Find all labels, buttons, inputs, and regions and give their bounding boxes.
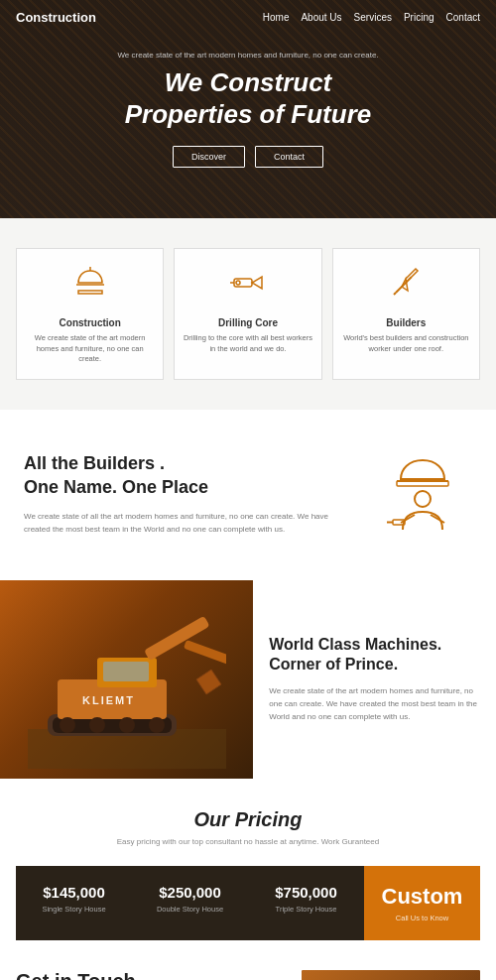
- machines-text: World Class Machines.Corner of Prince. W…: [253, 580, 496, 779]
- about-desc: We create state of all the art modern ho…: [24, 511, 353, 537]
- pricing-desc: Easy pricing with our top consultant no …: [16, 837, 480, 846]
- pricing-plan-2[interactable]: $250,000 Double Story House: [132, 866, 248, 940]
- machines-image: KLIEMT: [0, 580, 253, 779]
- contact-illustration: [302, 970, 480, 981]
- hero-content: We create state of the art modern homes …: [97, 51, 398, 167]
- discover-button[interactable]: Discover: [173, 146, 245, 168]
- pricing-amount-custom: Custom: [372, 884, 472, 910]
- svg-point-17: [149, 717, 165, 733]
- svg-point-14: [60, 717, 75, 733]
- pricing-type-2: Double Story House: [140, 905, 240, 914]
- svg-rect-19: [302, 970, 480, 981]
- contact-form: Get in Touch Easy pricing with our top c…: [16, 970, 282, 981]
- nav-home[interactable]: Home: [263, 12, 290, 23]
- machines-section: KLIEMT World Class Machines.Corner of Pr…: [0, 580, 496, 779]
- feature-drilling: Drilling Core Drilling to the core with …: [174, 248, 321, 380]
- pricing-amount-2: $250,000: [140, 884, 240, 901]
- feature-drilling-title: Drilling Core: [183, 317, 312, 328]
- hero-subtitle: We create state of the art modern homes …: [117, 51, 378, 60]
- feature-builders: Builders World's best builders and const…: [332, 248, 480, 380]
- feature-builders-desc: World's best builders and construction w…: [341, 333, 471, 354]
- feature-construction: Construction We create state of the art …: [16, 248, 164, 380]
- feature-construction-desc: We create state of the art modern homes …: [25, 333, 155, 365]
- hero-title: We ConstructProperties of Future: [117, 67, 378, 129]
- nav-contact[interactable]: Contact: [446, 12, 480, 23]
- about-title: All the Builders .One Name. One Place: [24, 452, 353, 499]
- trowel-icon: [341, 263, 471, 309]
- pricing-cards: $145,000 Single Story House $250,000 Dou…: [16, 866, 480, 940]
- pricing-plan-custom[interactable]: Custom Call Us to Know: [364, 866, 480, 940]
- contact-image: [302, 970, 480, 981]
- about-icon-area: [373, 445, 472, 545]
- contact-button[interactable]: Contact: [255, 146, 323, 168]
- svg-point-16: [119, 717, 135, 733]
- pricing-type-3: Triple Story House: [256, 905, 356, 914]
- pricing-section: Our Pricing Easy pricing with our top co…: [0, 779, 496, 940]
- pricing-plan-3[interactable]: $750,000 Triple Story House: [248, 866, 364, 940]
- nav-pricing[interactable]: Pricing: [404, 12, 434, 23]
- nav-about[interactable]: About Us: [301, 12, 341, 23]
- svg-point-1: [236, 281, 240, 285]
- svg-point-3: [415, 491, 431, 507]
- feature-builders-title: Builders: [341, 317, 471, 328]
- contact-title: Get in Touch: [16, 970, 282, 981]
- svg-rect-10: [103, 662, 149, 681]
- about-text: All the Builders .One Name. One Place We…: [24, 452, 353, 536]
- feature-construction-title: Construction: [25, 317, 155, 328]
- nav-services[interactable]: Services: [354, 12, 392, 23]
- features-section: Construction We create state of the art …: [0, 218, 496, 410]
- pricing-type-1: Single Story House: [24, 905, 124, 914]
- feature-drilling-desc: Drilling to the core with all best worke…: [183, 333, 312, 354]
- pricing-title: Our Pricing: [16, 808, 480, 831]
- pricing-amount-1: $145,000: [24, 884, 124, 901]
- excavator-illustration: KLIEMT: [28, 590, 226, 769]
- svg-text:KLIEMT: KLIEMT: [82, 694, 135, 706]
- pricing-plan-1[interactable]: $145,000 Single Story House: [16, 866, 132, 940]
- svg-rect-12: [184, 640, 226, 666]
- svg-rect-2: [397, 481, 448, 486]
- machines-desc: We create state of the art modern homes …: [269, 685, 480, 723]
- pricing-amount-3: $750,000: [256, 884, 356, 901]
- nav-logo: Construction: [16, 10, 96, 25]
- about-section: All the Builders .One Name. One Place We…: [0, 410, 496, 580]
- contact-section: Get in Touch Easy pricing with our top c…: [0, 940, 496, 981]
- worker-icon: [373, 445, 472, 545]
- navbar: Construction Home About Us Services Pric…: [0, 0, 496, 35]
- hard-hat-icon: [25, 263, 155, 309]
- hero-buttons: Discover Contact: [117, 146, 378, 168]
- nav-links: Home About Us Services Pricing Contact: [263, 12, 480, 23]
- machines-title: World Class Machines.Corner of Prince.: [269, 635, 480, 676]
- pricing-type-custom: Call Us to Know: [372, 914, 472, 922]
- svg-point-15: [89, 717, 105, 733]
- drill-icon: [183, 263, 312, 309]
